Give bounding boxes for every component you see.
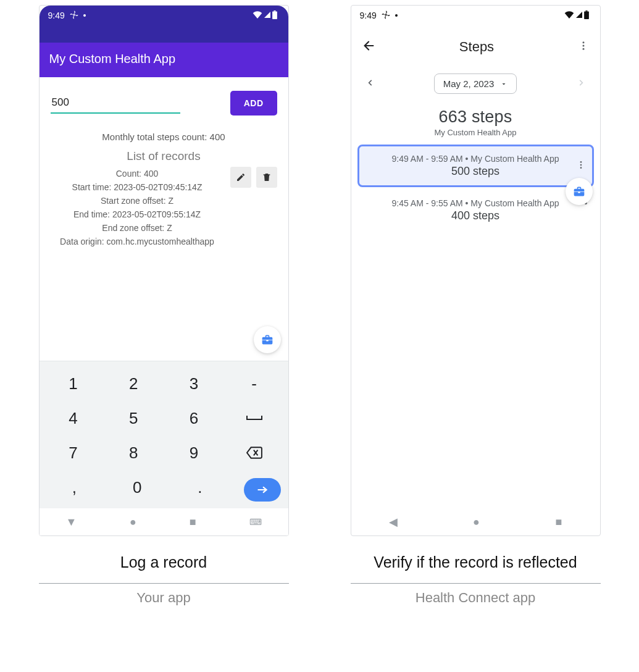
caption-right-top: Verify if the record is reflected bbox=[351, 552, 601, 573]
overflow-menu-button[interactable] bbox=[578, 40, 589, 54]
nav-home-icon[interactable]: ● bbox=[130, 516, 136, 529]
trash-icon bbox=[262, 172, 272, 182]
wifi-icon bbox=[253, 10, 262, 20]
steps-input[interactable] bbox=[51, 93, 180, 114]
app-body: ADD Monthly total steps count: 400 List … bbox=[40, 77, 288, 361]
system-navbar: ◀ ● ■ bbox=[351, 508, 600, 536]
more-vert-icon bbox=[578, 40, 589, 51]
monthly-total: Monthly total steps count: 400 bbox=[51, 132, 277, 142]
key-7[interactable]: 7 bbox=[44, 437, 102, 469]
chevron-right-icon bbox=[577, 78, 585, 87]
svg-point-10 bbox=[580, 164, 582, 166]
record-start-zone: Start zone offset: Z bbox=[51, 194, 224, 208]
summary-source: My Custom Health App bbox=[366, 128, 585, 137]
date-chip[interactable]: May 2, 2023 bbox=[434, 74, 517, 94]
key-dash[interactable]: - bbox=[225, 368, 283, 400]
wifi-icon bbox=[564, 10, 574, 20]
system-navbar: ▼ ● ■ ⌨ bbox=[40, 508, 288, 536]
back-button[interactable] bbox=[362, 39, 376, 55]
svg-point-6 bbox=[582, 41, 584, 43]
records-header: List of records bbox=[51, 149, 277, 163]
key-8[interactable]: 8 bbox=[104, 437, 162, 469]
enter-icon bbox=[256, 485, 269, 494]
add-button[interactable]: ADD bbox=[230, 91, 277, 116]
fan-icon bbox=[382, 10, 390, 21]
toolbox-fab[interactable] bbox=[254, 326, 281, 353]
entry-value: 400 steps bbox=[366, 209, 585, 222]
date-chip-label: May 2, 2023 bbox=[443, 78, 495, 89]
key-enter[interactable] bbox=[244, 478, 281, 502]
summary-value: 663 steps bbox=[366, 107, 585, 127]
record-details: Count: 400 Start time: 2023-05-02T09:45:… bbox=[51, 167, 224, 248]
key-9[interactable]: 9 bbox=[165, 437, 223, 469]
next-day-button[interactable] bbox=[574, 75, 588, 93]
backspace-icon bbox=[246, 447, 262, 459]
edit-button[interactable] bbox=[230, 167, 251, 188]
app-bar: My Custom Health App bbox=[40, 43, 288, 77]
caption-left-top: Log a record bbox=[39, 552, 289, 573]
prev-day-button[interactable] bbox=[364, 75, 377, 93]
status-time: 9:49 bbox=[360, 10, 377, 20]
key-comma[interactable]: , bbox=[44, 471, 105, 503]
nav-recent-icon[interactable]: ■ bbox=[555, 516, 562, 529]
key-period[interactable]: . bbox=[170, 471, 230, 503]
battery-icon bbox=[272, 10, 277, 21]
entry-value: 500 steps bbox=[368, 165, 583, 178]
svg-point-3 bbox=[385, 14, 386, 15]
key-4[interactable]: 4 bbox=[44, 402, 102, 434]
signal-icon bbox=[263, 10, 272, 20]
key-space[interactable] bbox=[225, 402, 283, 434]
nav-back-icon[interactable]: ▼ bbox=[65, 516, 77, 529]
toolbox-icon bbox=[573, 185, 585, 198]
svg-rect-4 bbox=[584, 11, 589, 19]
caption-divider bbox=[39, 583, 289, 584]
key-0[interactable]: 0 bbox=[107, 471, 167, 503]
page-title: Steps bbox=[388, 39, 566, 55]
status-dot-icon bbox=[395, 14, 398, 17]
numeric-keyboard: 1 2 3 - 4 5 6 7 8 9 bbox=[40, 361, 288, 508]
key-3[interactable]: 3 bbox=[165, 368, 223, 400]
svg-rect-5 bbox=[585, 10, 587, 12]
delete-button[interactable] bbox=[256, 167, 277, 188]
app-title: My Custom Health App bbox=[49, 52, 176, 66]
signal-icon bbox=[575, 10, 583, 20]
toolbox-icon bbox=[261, 334, 274, 346]
status-dot-icon bbox=[83, 14, 86, 17]
key-6[interactable]: 6 bbox=[165, 402, 223, 434]
fan-icon bbox=[70, 10, 78, 21]
phone-your-app: 9:49 My Custom Health App bbox=[39, 5, 289, 536]
toolbox-fab[interactable] bbox=[566, 178, 593, 205]
svg-rect-2 bbox=[274, 10, 275, 12]
svg-point-8 bbox=[582, 48, 584, 50]
pencil-icon bbox=[236, 172, 246, 182]
status-bar: 9:49 bbox=[40, 6, 288, 25]
entry-meta: 9:49 AM - 9:59 AM • My Custom Health App bbox=[368, 154, 583, 164]
key-5[interactable]: 5 bbox=[104, 402, 162, 434]
arrow-left-icon bbox=[362, 39, 376, 52]
nav-recent-icon[interactable]: ■ bbox=[190, 516, 196, 529]
nav-keyboard-icon[interactable]: ⌨ bbox=[249, 517, 262, 527]
key-backspace[interactable] bbox=[225, 437, 283, 469]
status-time: 9:49 bbox=[48, 10, 65, 20]
key-1[interactable]: 1 bbox=[44, 368, 102, 400]
caption-divider bbox=[351, 583, 601, 584]
phone-health-connect: 9:49 Steps bbox=[351, 5, 601, 536]
key-2[interactable]: 2 bbox=[104, 368, 162, 400]
record-data-origin: Data origin: com.hc.mycustomhealthapp bbox=[51, 235, 224, 248]
dropdown-icon bbox=[500, 80, 507, 88]
space-icon bbox=[246, 413, 263, 423]
nav-home-icon[interactable]: ● bbox=[473, 516, 480, 529]
more-vert-icon bbox=[576, 160, 586, 170]
status-bar: 9:49 bbox=[351, 6, 600, 25]
steps-entry[interactable]: 9:49 AM - 9:59 AM • My Custom Health App… bbox=[357, 145, 594, 187]
svg-point-9 bbox=[580, 161, 582, 163]
record-end-zone: End zone offset: Z bbox=[51, 221, 224, 235]
record-count: Count: 400 bbox=[51, 167, 224, 180]
entry-meta: 9:45 AM - 9:55 AM • My Custom Health App bbox=[366, 198, 585, 208]
steps-entry[interactable]: 9:45 AM - 9:55 AM • My Custom Health App… bbox=[357, 191, 594, 230]
record-end-time: End time: 2023-05-02T09:55:14Z bbox=[51, 208, 224, 221]
nav-back-icon[interactable]: ◀ bbox=[389, 515, 398, 529]
entry-menu-button[interactable] bbox=[576, 160, 586, 172]
svg-point-0 bbox=[73, 14, 75, 15]
chevron-left-icon bbox=[366, 78, 375, 87]
